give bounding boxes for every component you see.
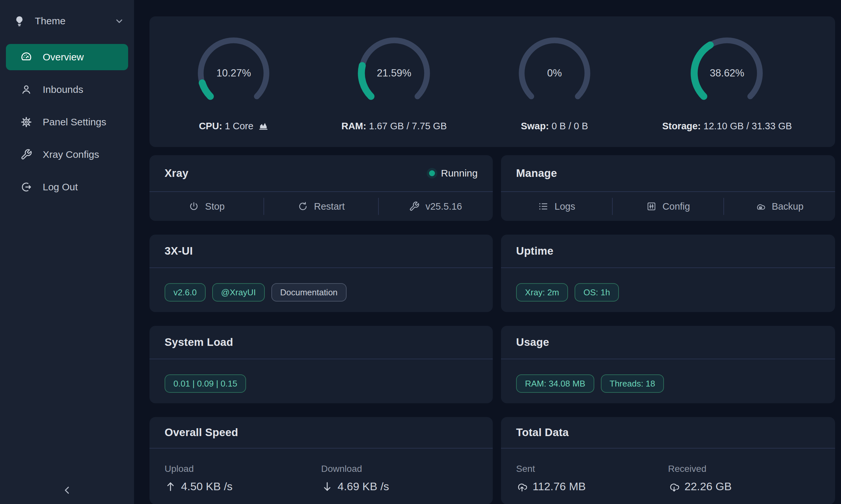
- sidebar-item-label: Xray Configs: [43, 149, 99, 160]
- sidebar-item-inbounds[interactable]: Inbounds: [6, 76, 128, 103]
- power-icon: [189, 201, 199, 212]
- xray-card-title: Xray: [165, 167, 189, 179]
- xui-dashboard: { "sidebar": { "theme_label": "Theme", "…: [0, 0, 841, 504]
- restart-icon: [298, 201, 308, 212]
- wrench-icon: [20, 149, 32, 160]
- dashboard-icon: [20, 51, 32, 63]
- xray-stop-button[interactable]: Stop: [150, 192, 264, 221]
- xray-restart-button[interactable]: Restart: [264, 192, 378, 221]
- cpu-percent: 10.27%: [192, 32, 275, 114]
- status-dot: [429, 170, 435, 176]
- telegram-tag[interactable]: @XrayUI: [212, 283, 265, 302]
- xray-uptime-tag: Xray: 2m: [516, 283, 568, 302]
- cpu-history-chart-icon[interactable]: [258, 121, 269, 131]
- total-data-card: Total Data Sent 112.76 MB: [501, 417, 835, 504]
- sidebar-item-logout[interactable]: Log Out: [6, 174, 128, 200]
- ram-label: RAM: 1.67 GB / 7.75 GB: [341, 121, 447, 131]
- sidebar-item-panel-settings[interactable]: Panel Settings: [6, 109, 128, 135]
- cloud-download-icon: [668, 481, 680, 492]
- xui-card: 3X-UI v2.6.0 @XrayUI Documentation: [150, 235, 493, 312]
- chevron-left-icon: [61, 484, 73, 497]
- version-tag[interactable]: v2.6.0: [165, 283, 206, 302]
- uptime-card: Uptime Xray: 2m OS: 1h: [501, 235, 835, 312]
- download-stat: Download 4.69 KB /s: [321, 464, 478, 504]
- sidebar-menu: Overview Inbounds Panel Settings: [0, 44, 134, 200]
- theme-selector[interactable]: Theme: [13, 12, 124, 30]
- sidebar-collapse-button[interactable]: [0, 484, 134, 497]
- arrow-up-icon: [165, 481, 176, 492]
- sidebar-item-label: Log Out: [43, 181, 78, 193]
- backup-cloud-icon: [755, 201, 766, 212]
- sidebar-item-label: Panel Settings: [43, 116, 106, 128]
- main-content: 10.27% CPU: 1 Core 21.59%: [134, 0, 841, 504]
- overall-speed-card-title: Overall Speed: [165, 426, 238, 439]
- os-uptime-tag: OS: 1h: [574, 283, 619, 302]
- user-icon: [20, 84, 32, 95]
- cloud-upload-icon: [516, 481, 528, 492]
- config-button[interactable]: Config: [612, 192, 724, 221]
- ram-gauge: 21.59% RAM: 1.67 GB / 7.75 GB: [341, 32, 447, 131]
- uptime-card-title: Uptime: [516, 245, 553, 257]
- ram-percent: 21.59%: [353, 32, 435, 114]
- xray-card: Xray Running Stop: [150, 155, 493, 221]
- storage-gauge: 38.62% Storage: 12.10 GB / 31.33 GB: [662, 32, 792, 131]
- bulb-icon: [13, 15, 25, 27]
- total-data-card-title: Total Data: [516, 426, 569, 439]
- system-load-card: System Load 0.01 | 0.09 | 0.15: [150, 326, 493, 403]
- sidebar-item-xray-configs[interactable]: Xray Configs: [6, 141, 128, 168]
- sliders-icon: [646, 201, 657, 212]
- cards-grid: Xray Running Stop: [150, 155, 835, 504]
- upload-stat: Upload 4.50 KB /s: [165, 464, 321, 504]
- received-stat: Received 22.26 GB: [668, 464, 820, 504]
- sidebar: Theme Overview Inbounds: [0, 0, 134, 504]
- sidebar-item-label: Inbounds: [43, 84, 83, 95]
- storage-label: Storage: 12.10 GB / 31.33 GB: [662, 121, 792, 131]
- logs-button[interactable]: Logs: [501, 192, 612, 221]
- sent-stat: Sent 112.76 MB: [516, 464, 668, 504]
- backup-button[interactable]: Backup: [724, 192, 835, 221]
- manage-card: Manage Logs: [501, 155, 835, 221]
- threads-tag: Threads: 18: [601, 374, 664, 393]
- cpu-label: CPU: 1 Core: [199, 121, 269, 131]
- sidebar-item-label: Overview: [43, 52, 84, 63]
- storage-percent: 38.62%: [686, 32, 768, 114]
- usage-card: Usage RAM: 34.08 MB Threads: 18: [501, 326, 835, 403]
- swap-gauge: 0% Swap: 0 B / 0 B: [513, 32, 596, 131]
- chevron-down-icon: [114, 16, 124, 26]
- cpu-gauge: 10.27% CPU: 1 Core: [192, 32, 275, 131]
- swap-label: Swap: 0 B / 0 B: [521, 121, 588, 131]
- swap-percent: 0%: [513, 32, 596, 114]
- xui-card-title: 3X-UI: [165, 245, 193, 257]
- load-average-tag: 0.01 | 0.09 | 0.15: [165, 374, 246, 393]
- system-load-card-title: System Load: [165, 336, 233, 348]
- overall-speed-card: Overall Speed Upload 4.50 KB /s Download: [150, 417, 493, 504]
- gear-icon: [20, 116, 32, 128]
- ram-usage-tag: RAM: 34.08 MB: [516, 374, 594, 393]
- sidebar-item-overview[interactable]: Overview: [6, 44, 128, 70]
- manage-card-title: Manage: [516, 167, 557, 179]
- xray-status-badge: Running: [429, 168, 478, 179]
- logout-icon: [20, 181, 32, 193]
- wrench-small-icon: [409, 201, 419, 212]
- arrow-down-icon: [321, 481, 333, 492]
- list-icon: [538, 201, 549, 212]
- documentation-tag[interactable]: Documentation: [271, 283, 347, 302]
- xray-version-button[interactable]: v25.5.16: [378, 192, 493, 221]
- usage-card-title: Usage: [516, 336, 549, 348]
- theme-label: Theme: [35, 15, 65, 26]
- system-gauges-card: 10.27% CPU: 1 Core 21.59%: [150, 16, 835, 147]
